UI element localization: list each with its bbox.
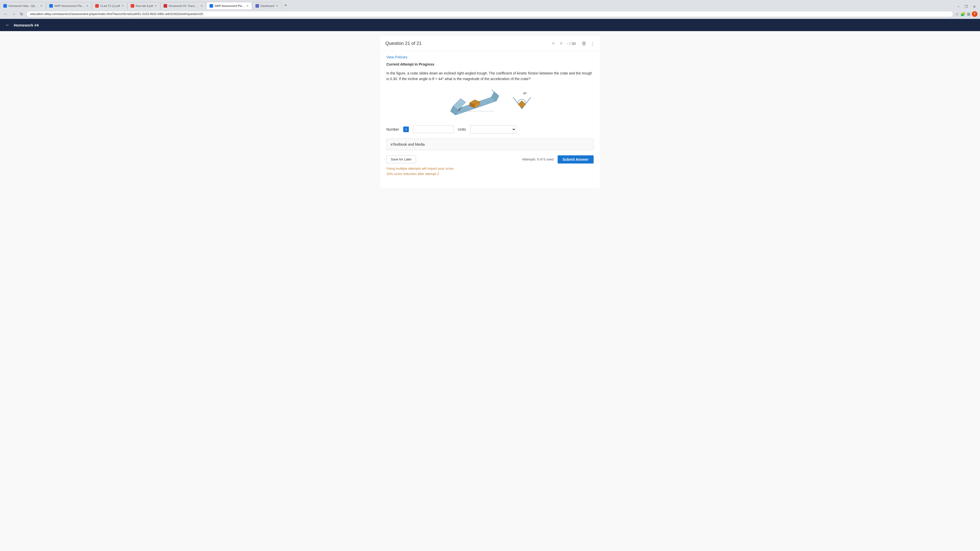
bookmark-icon[interactable]: ☆ xyxy=(955,12,959,17)
warning-line1: Using multiple attempts will impact your… xyxy=(387,166,593,171)
etextbook-section[interactable]: eTextbook and Media xyxy=(387,138,593,150)
tab-icon xyxy=(164,4,167,8)
tab-label: Dashboard xyxy=(261,4,274,7)
tab-icon xyxy=(130,4,134,8)
warning-text: Using multiple attempts will impact your… xyxy=(387,166,593,177)
etextbook-label: eTextbook and Media xyxy=(391,142,425,146)
tab-label: CLab T2 (1).pdf xyxy=(100,4,120,7)
tab-icon xyxy=(210,4,213,8)
tab-icon xyxy=(95,4,99,8)
browser-chrome: Homework Help - Q&A fr... ✕ NWP Assessme… xyxy=(0,0,980,19)
back-button[interactable]: ← xyxy=(3,11,9,17)
list-icon[interactable]: ☰ xyxy=(582,41,586,46)
tab-nwp2[interactable]: NWP Assessment Player U... ✕ xyxy=(206,2,252,9)
back-arrow-icon[interactable]: ← xyxy=(5,22,10,28)
svg-text:90°: 90° xyxy=(523,92,527,95)
tab-close-icon[interactable]: ✕ xyxy=(200,4,203,8)
tab-bar: Homework Help - Q&A fr... ✕ NWP Assessme… xyxy=(0,0,980,9)
tab-label: New lab 8.pdf xyxy=(136,4,153,7)
minimize-button[interactable]: − xyxy=(956,4,961,9)
main-content: Question 21 of 21 < > - / 30 ☰ ⋮ View Po… xyxy=(0,31,980,551)
tab-close-icon[interactable]: ✕ xyxy=(86,4,89,8)
question-header: Question 21 of 21 < > - / 30 ☰ ⋮ xyxy=(380,36,600,51)
warning-line2: 10% score reduction after attempt 2 xyxy=(387,171,593,177)
question-nav-arrows: < > xyxy=(550,40,564,47)
tab-icon xyxy=(3,4,7,8)
current-attempt-label: Current Attempt in Progress xyxy=(387,62,593,66)
tab-label: Homework #4: Trace Arn... xyxy=(169,4,199,7)
next-question-button[interactable]: > xyxy=(558,40,564,47)
address-actions: ☆ 🧩 ⊞ T xyxy=(955,11,977,17)
bottom-actions: Save for Later Attempts: 0 of 5 used Sub… xyxy=(387,156,593,164)
tab-icon xyxy=(49,4,53,8)
app-header: ← Homework #4 xyxy=(0,19,980,31)
input-row: Number i Units m/s² ft/s² N kg xyxy=(387,125,593,133)
number-input[interactable] xyxy=(413,125,454,133)
tab-label: Homework Help - Q&A fr... xyxy=(8,4,38,7)
right-actions: Attempts: 0 of 5 used Submit Answer xyxy=(522,156,593,164)
tab-close-icon[interactable]: ✕ xyxy=(276,4,278,8)
forward-button[interactable]: → xyxy=(11,11,17,17)
new-tab-button[interactable]: + xyxy=(282,3,290,8)
extension-icon[interactable]: 🧩 xyxy=(960,12,966,17)
figure-area: θ 90° xyxy=(387,87,593,118)
question-text: In the figure, a crate slides down an in… xyxy=(387,70,593,82)
question-title: Question 21 of 21 xyxy=(385,41,547,46)
user-avatar[interactable]: T xyxy=(972,11,977,17)
reload-button[interactable]: ↻ xyxy=(19,11,24,17)
tab-homework-help[interactable]: Homework Help - Q&A fr... ✕ xyxy=(0,2,46,9)
view-policies-link[interactable]: View Policies xyxy=(387,55,593,59)
units-label: Units xyxy=(458,127,466,131)
more-icon[interactable]: ⋮ xyxy=(590,41,595,46)
submit-answer-button[interactable]: Submit Answer xyxy=(558,156,593,164)
tab-close-icon[interactable]: ✕ xyxy=(40,4,43,8)
tab-newlab[interactable]: New lab 8.pdf ✕ xyxy=(127,2,160,9)
tab-close-icon[interactable]: ✕ xyxy=(121,4,124,8)
question-container: Question 21 of 21 < > - / 30 ☰ ⋮ View Po… xyxy=(380,36,600,188)
tab-close-icon[interactable]: ✕ xyxy=(246,4,249,8)
figure-incline: θ xyxy=(445,87,501,118)
prev-question-button[interactable]: < xyxy=(550,40,556,47)
question-body: View Policies Current Attempt in Progres… xyxy=(380,51,600,181)
tab-clab[interactable]: CLab T2 (1).pdf ✕ xyxy=(92,2,127,9)
window-controls: − ❐ ✕ xyxy=(956,4,980,9)
tab-icon xyxy=(256,4,259,8)
url-bar[interactable]: education.wiley.com/was/ui/v2/assessment… xyxy=(26,11,953,17)
svg-text:θ: θ xyxy=(458,108,460,111)
number-label: Number xyxy=(387,127,399,131)
attempts-text: Attempts: 0 of 5 used xyxy=(522,157,554,161)
tab-nwp1[interactable]: NWP Assessment Player U... ✕ xyxy=(46,2,92,9)
score-display: - / 30 xyxy=(567,41,576,46)
profile-icon[interactable]: ⊞ xyxy=(967,12,970,17)
close-button[interactable]: ✕ xyxy=(971,4,977,9)
app-title: Homework #4 xyxy=(14,23,39,27)
tab-homework4[interactable]: Homework #4: Trace Arn... ✕ xyxy=(160,2,206,9)
restore-button[interactable]: ❐ xyxy=(963,4,969,9)
info-button[interactable]: i xyxy=(403,127,409,132)
figure-cross-section: 90° xyxy=(509,91,535,114)
tab-label: NWP Assessment Player U... xyxy=(54,4,84,7)
tab-dashboard[interactable]: Dashboard ✕ xyxy=(252,2,282,9)
svg-marker-11 xyxy=(518,100,526,108)
save-later-button[interactable]: Save for Later xyxy=(387,156,416,163)
units-select[interactable]: m/s² ft/s² N kg xyxy=(470,125,516,133)
tab-close-icon[interactable]: ✕ xyxy=(154,4,157,8)
address-bar: ← → ↻ education.wiley.com/was/ui/v2/asse… xyxy=(0,9,980,19)
tab-label: NWP Assessment Player U... xyxy=(215,4,245,7)
